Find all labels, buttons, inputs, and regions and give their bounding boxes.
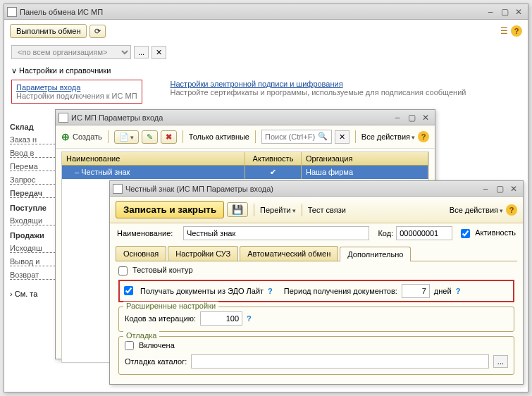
receive-docs-checkbox[interactable]	[124, 286, 133, 295]
close-icon[interactable]: ✕	[507, 184, 520, 194]
codes-per-iter-label: Кодов за итерацию:	[125, 314, 196, 323]
help-icon[interactable]: ?	[511, 25, 522, 37]
refresh-button[interactable]: ⟳	[89, 25, 106, 38]
tab-auto[interactable]: Автоматический обмен	[240, 246, 338, 261]
copy-button[interactable]: 📄▾	[114, 130, 139, 144]
tab-extra[interactable]: Дополнительно	[340, 247, 411, 261]
sidebar-item[interactable]: Исходяш	[10, 244, 59, 253]
sidebar-item[interactable]: Ввод в	[10, 149, 59, 158]
name-row: Наименование: Код: Активность	[110, 223, 523, 243]
name-input[interactable]	[183, 226, 369, 240]
settings-section-toggle[interactable]: ∨ Настройки и справочники	[11, 66, 111, 75]
detail-titlebar: Честный знак (ИС МП Параметры входа) – ▢…	[110, 181, 523, 197]
main-toolbar: Выполнить обмен ⟳ ☰ ?	[4, 20, 528, 42]
maximize-icon[interactable]: ▢	[498, 7, 511, 17]
minimize-icon[interactable]: –	[484, 7, 497, 17]
col-name[interactable]: Наименование	[62, 152, 245, 165]
help-icon[interactable]: ?	[418, 131, 429, 142]
grid-row-selected[interactable]: – Честный знак ✔ Наша фирма	[62, 166, 428, 179]
list-titlebar: ИС МП Параметры входа – ▢ ✕	[56, 110, 435, 125]
help-icon[interactable]: ?	[456, 287, 461, 295]
active-checkbox[interactable]	[461, 229, 470, 238]
extended-settings-group: Расширенные настройки Кодов за итерацию:…	[118, 307, 514, 332]
active-checkbox-label[interactable]: Активность	[461, 228, 516, 238]
search-icon: 🔍	[318, 132, 328, 141]
grid-header: Наименование Активность Организация	[62, 152, 428, 166]
tab-main[interactable]: Основная	[116, 246, 166, 261]
sidebar-item[interactable]: Входящи	[10, 216, 59, 225]
sidebar-item[interactable]: Возврат	[10, 271, 59, 280]
period-label: Период получения документов:	[284, 287, 397, 295]
all-actions-menu[interactable]: Все действия▾	[361, 132, 415, 141]
tabs: Основная Настройки СУЗ Автоматический об…	[116, 246, 517, 261]
sidebar: Склад Заказ н Ввод в Перема Запрос Перед…	[10, 117, 59, 302]
code-label: Код:	[378, 229, 393, 237]
help-icon[interactable]: ?	[506, 204, 517, 216]
debug-on-label[interactable]: Включена	[125, 341, 175, 349]
col-active[interactable]: Активность	[245, 152, 302, 165]
debug-on-checkbox[interactable]	[125, 341, 134, 350]
edit-button[interactable]: ✎	[142, 130, 158, 144]
sidebar-item[interactable]: Запрос	[10, 175, 59, 185]
sidebar-item[interactable]: Передач	[10, 189, 59, 198]
list-toolbar: ⊕ Создать 📄▾ ✎ ✖ Только активные 🔍 ✕ Все…	[56, 125, 435, 149]
code-input[interactable]	[396, 226, 452, 240]
signature-settings-box: Настройки электронной подписи и шифрован…	[171, 80, 466, 104]
col-org[interactable]: Организация	[302, 152, 428, 165]
tab-suz[interactable]: Настройки СУЗ	[168, 246, 238, 261]
sidebar-footer[interactable]: › См. та	[10, 290, 59, 298]
sidebar-item[interactable]: Перема	[10, 162, 59, 171]
help-icon[interactable]: ?	[247, 314, 252, 323]
minimize-icon[interactable]: –	[479, 184, 492, 194]
main-titlebar: Панель обмена ИС МП – ▢ ✕	[4, 4, 528, 20]
test-connection-button[interactable]: Тест связи	[308, 206, 346, 214]
detail-toolbar: Записать и закрыть 💾 Перейти▾ Тест связи…	[110, 197, 523, 223]
close-icon[interactable]: ✕	[512, 7, 525, 17]
maximize-icon[interactable]: ▢	[493, 184, 506, 194]
save-and-close-button[interactable]: Записать и закрыть	[116, 201, 224, 218]
detail-title: Честный знак (ИС МП Параметры входа)	[125, 185, 478, 193]
name-label: Наименование:	[117, 229, 180, 237]
org-filter-select[interactable]: <по всем организациям>	[11, 45, 131, 59]
create-button[interactable]: Создать	[73, 132, 102, 141]
execute-exchange-button[interactable]: Выполнить обмен	[10, 24, 87, 38]
test-contour-checkbox[interactable]	[118, 266, 128, 276]
minimize-icon[interactable]: –	[391, 113, 404, 123]
edo-lite-row: Получать документы из ЭДО Лайт ? Период …	[118, 280, 514, 302]
sidebar-group-income: Поступле	[10, 204, 59, 212]
debug-caption: Отладка	[123, 331, 159, 340]
settings-icon[interactable]: ☰	[500, 26, 508, 36]
login-params-link[interactable]: Параметры входа	[16, 83, 137, 92]
codes-per-iter-input[interactable]	[200, 311, 242, 326]
app-icon	[113, 184, 123, 194]
signature-settings-desc: Настройте сертификаты и программы, испол…	[171, 88, 466, 97]
signature-settings-link[interactable]: Настройки электронной подписи и шифрован…	[171, 80, 466, 88]
only-active-toggle[interactable]: Только активные	[189, 132, 249, 141]
period-input[interactable]	[402, 284, 430, 298]
sidebar-item[interactable]: Заказ н	[10, 135, 59, 144]
goto-menu[interactable]: Перейти▾	[260, 206, 296, 214]
org-filter-ellipsis-button[interactable]: ...	[134, 46, 149, 58]
sidebar-group-stock: Склад	[10, 123, 59, 131]
detail-window: Честный знак (ИС МП Параметры входа) – ▢…	[109, 180, 524, 385]
app-icon	[58, 113, 68, 123]
debug-dir-label: Отладка каталог:	[125, 357, 187, 366]
all-actions-menu[interactable]: Все действия▾	[450, 206, 503, 214]
save-button[interactable]: 💾	[227, 202, 248, 217]
debug-dir-input[interactable]	[191, 354, 489, 369]
help-icon[interactable]: ?	[268, 287, 273, 295]
login-params-desc: Настройки подключения к ИС МП	[16, 92, 137, 100]
delete-button[interactable]: ✖	[161, 130, 177, 144]
test-contour-label[interactable]: Тестовый контур	[118, 266, 193, 274]
org-filter-clear-button[interactable]: ✕	[151, 46, 166, 59]
search-clear-button[interactable]: ✕	[335, 130, 349, 144]
main-title: Панель обмена ИС МП	[20, 8, 483, 16]
create-icon: ⊕	[61, 131, 70, 142]
sidebar-group-sales: Продажи	[10, 231, 59, 240]
close-icon[interactable]: ✕	[419, 113, 432, 123]
app-icon	[7, 7, 17, 17]
debug-dir-browse-button[interactable]: ...	[493, 355, 508, 368]
debug-group: Отладка Включена Отладка каталог: ...	[118, 336, 514, 376]
maximize-icon[interactable]: ▢	[405, 113, 418, 123]
sidebar-item[interactable]: Вывод и	[10, 257, 59, 266]
